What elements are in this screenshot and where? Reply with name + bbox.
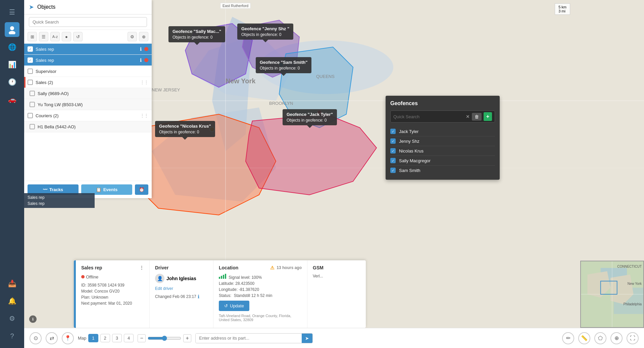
sidebar-history-icon[interactable]: 🕐 — [5, 75, 19, 89]
draw-tool-btn[interactable]: ✏ — [562, 332, 574, 344]
detail-gsm-header: GSM — [313, 265, 356, 270]
view-list-btn[interactable]: ☰ — [39, 32, 48, 41]
detail-panel: Sales rep ⋮ Offline ID: 3598 5708 1424 9… — [74, 260, 366, 328]
map-num-2[interactable]: 2 — [100, 334, 110, 342]
object-row-5[interactable]: Sally (9689-AO) — [24, 88, 152, 99]
sidebar-globe-icon[interactable]: 🌐 — [5, 40, 19, 54]
detail-address: Taft-Vineland Road, Orange County, Flori… — [219, 314, 302, 322]
object-row-7[interactable]: Couriers (2) ⋮⋮ — [24, 110, 152, 121]
geofence-item-sam[interactable]: ✓ Sam Smith — [390, 166, 495, 175]
signal-level: Signal level: 100% — [229, 275, 262, 280]
objects-panel-header: ➤ Objects — [24, 0, 152, 14]
sidebar-help-icon[interactable]: ? — [5, 329, 19, 343]
fullscreen-tool-btn[interactable]: ⛶ — [627, 332, 639, 344]
map-num-1[interactable]: 1 — [88, 334, 98, 342]
info-icon-2[interactable]: ℹ — [140, 57, 142, 63]
geofence-check-jenny[interactable]: ✓ — [390, 138, 396, 144]
svg-point-0 — [10, 26, 14, 30]
sidebar-settings-icon[interactable]: ⚙ — [5, 311, 19, 326]
sidebar-chart-icon[interactable]: 📊 — [5, 57, 19, 72]
zoom-in-btn[interactable]: + — [183, 334, 191, 342]
mini-map[interactable]: CONNECTICUT New York Philadelphia — [580, 261, 644, 328]
map-info-button[interactable]: ℹ — [29, 315, 37, 323]
checkbox-6[interactable] — [30, 102, 35, 107]
checkbox-1[interactable]: ✓ — [28, 46, 33, 52]
geofence-name-sally: Sally Macgregor — [399, 158, 431, 163]
status-label: Status: — [219, 293, 231, 298]
objects-list: ✓ Sales rep ℹ ✓ Sales rep ℹ Supervisor S… — [24, 44, 152, 181]
object-row-4[interactable]: Sales (2) ⋮⋮ — [24, 77, 152, 88]
status-value: Standstill 12 h 52 min — [234, 293, 273, 298]
add-object-btn[interactable]: ⊕ — [139, 32, 148, 41]
tracks-label: Tracks — [49, 187, 63, 192]
geofence-name-jenny: Jenny Shz — [399, 139, 419, 144]
geofence-item-nicolas[interactable]: ✓ Nicolas Krus — [390, 146, 495, 156]
playback-icon: ⏰ — [139, 187, 144, 192]
popup-sam-subtitle: Objects in geofence: 0 — [260, 66, 307, 71]
popup-jenny-subtitle: Objects in geofence: 0 — [241, 32, 289, 37]
zoom-slider[interactable] — [148, 336, 181, 341]
checkbox-4[interactable] — [28, 80, 33, 85]
sidebar-menu-icon[interactable]: ☰ — [5, 5, 19, 19]
geofence-item-jack[interactable]: ✓ Jack Tyler — [390, 127, 495, 136]
object-row-1[interactable]: ✓ Sales rep ℹ — [24, 44, 152, 55]
checkbox-2[interactable]: ✓ — [28, 57, 33, 63]
detail-gsm-title: GSM — [313, 265, 324, 270]
update-button[interactable]: ↺ Update — [219, 301, 249, 311]
geofences-delete-btn[interactable]: 🗑 — [472, 113, 482, 121]
address-search-btn[interactable]: ➤ — [302, 334, 312, 343]
playback-button[interactable]: ⏰ — [135, 184, 148, 195]
map-number-labels: Map 1 2 3 4 — [78, 334, 134, 342]
obj-name-8: H1 Bella (5442-AO) — [38, 124, 148, 129]
geofence-item-sally[interactable]: ✓ Sally Macgregor — [390, 156, 495, 166]
layers-tool-btn[interactable]: ⊕ — [610, 332, 623, 344]
sort-az-btn[interactable]: A-z — [50, 32, 60, 41]
sidebar-avatar[interactable] — [5, 22, 19, 37]
object-row-2[interactable]: ✓ Sales rep ℹ — [24, 55, 152, 66]
info-icon-1[interactable]: ℹ — [140, 46, 142, 52]
filter-options-btn[interactable]: ⚙ — [128, 32, 137, 41]
svg-point-1 — [9, 31, 15, 34]
geofences-clear-icon[interactable]: ✕ — [466, 114, 470, 119]
checkbox-5[interactable] — [30, 91, 35, 96]
address-search-input[interactable] — [196, 334, 302, 343]
geofence-check-jack[interactable]: ✓ — [390, 129, 396, 134]
object-row-6[interactable]: Yu Tong LW (B503-LW) — [24, 99, 152, 110]
view-grid-btn[interactable]: ⊞ — [28, 32, 37, 41]
map-num-4[interactable]: 4 — [124, 334, 134, 342]
checkbox-8[interactable] — [30, 124, 35, 129]
edit-driver-link[interactable]: Edit driver — [155, 286, 173, 291]
popup-nicolas-subtitle: Objects in geofence: 0 — [159, 130, 211, 134]
offline-dot — [81, 275, 85, 278]
sidebar-bell-icon[interactable]: 🔔 — [5, 294, 19, 308]
geofence-check-sally[interactable]: ✓ — [390, 158, 396, 163]
measure-tool-btn[interactable]: 📏 — [578, 332, 590, 344]
filter-dot-btn[interactable]: ● — [62, 32, 71, 41]
geofences-panel-title: Geofences — [390, 100, 495, 106]
object-row-8[interactable]: H1 Bella (5442-AO) — [24, 121, 152, 132]
geofence-check-nicolas[interactable]: ✓ — [390, 148, 396, 154]
offline-badge: Offline — [81, 274, 98, 279]
polygon-tool-btn[interactable]: ⬠ — [594, 332, 606, 344]
geofence-check-sam[interactable]: ✓ — [390, 168, 396, 173]
share-tool-btn[interactable]: ⇄ — [46, 332, 58, 344]
objects-toolbar: ⊞ ☰ A-z ● ↺ ⚙ ⊕ — [24, 30, 152, 44]
objects-search-input[interactable] — [29, 17, 147, 27]
refresh-btn[interactable]: ↺ — [73, 32, 83, 41]
geofences-add-btn[interactable]: + — [484, 112, 492, 121]
detail-more-icon[interactable]: ⋮ — [139, 265, 144, 270]
checkbox-7[interactable] — [28, 113, 33, 118]
zoom-out-btn[interactable]: − — [138, 334, 146, 342]
driver-info-icon[interactable]: ℹ — [198, 294, 199, 299]
object-row-3[interactable]: Supervisor — [24, 66, 152, 77]
pin-tool-btn[interactable]: 📍 — [62, 332, 74, 344]
checkbox-3[interactable] — [28, 69, 33, 74]
map-num-3[interactable]: 3 — [112, 334, 122, 342]
geofence-name-jack: Jack Tyler — [399, 129, 418, 134]
geofences-search-input[interactable] — [393, 114, 464, 119]
sidebar-import-icon[interactable]: 📥 — [5, 276, 19, 291]
route-tool-btn[interactable]: ⊙ — [30, 332, 42, 344]
geofence-item-jenny[interactable]: ✓ Jenny Shz — [390, 136, 495, 146]
detail-signal: Signal level: 100% — [219, 274, 302, 280]
sidebar-vehicle-icon[interactable]: 🚗 — [5, 92, 19, 107]
